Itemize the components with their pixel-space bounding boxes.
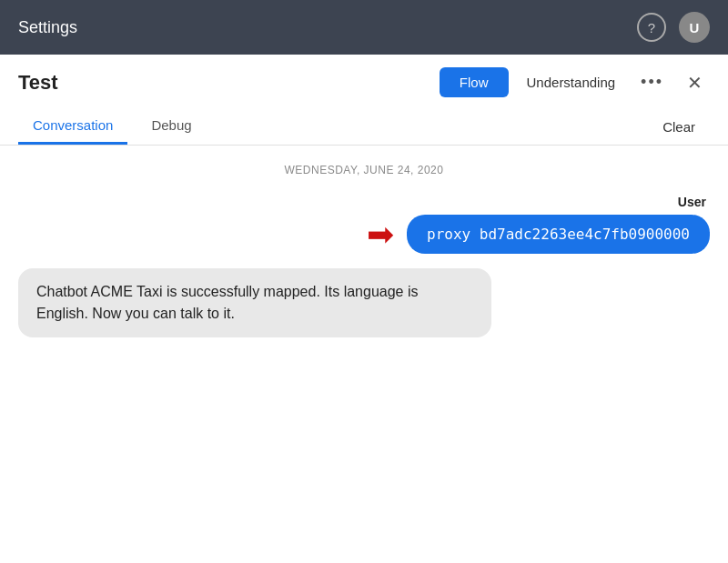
- date-label: WEDNESDAY, JUNE 24, 2020: [18, 164, 710, 176]
- panel-title: Test: [18, 71, 58, 95]
- tab-conversation[interactable]: Conversation: [18, 108, 127, 145]
- arrow-icon: ➡: [367, 218, 394, 251]
- more-options-button[interactable]: •••: [633, 69, 671, 96]
- panel-header: Test Flow Understanding ••• ✕ Conversati…: [0, 55, 728, 146]
- user-bubble: proxy bd7adc2263ee4c7fb0900000: [407, 215, 710, 254]
- header-top-row: Test Flow Understanding ••• ✕: [18, 67, 710, 97]
- tab-debug[interactable]: Debug: [136, 108, 206, 145]
- help-icon[interactable]: ?: [637, 13, 666, 42]
- user-label: User: [678, 195, 706, 209]
- flow-button[interactable]: Flow: [440, 67, 509, 97]
- header-controls: Flow Understanding ••• ✕: [440, 67, 710, 97]
- nav-actions: ? U: [637, 12, 710, 43]
- clear-button[interactable]: Clear: [648, 110, 710, 144]
- understanding-button[interactable]: Understanding: [518, 67, 625, 97]
- top-nav: Settings ? U: [0, 0, 728, 55]
- user-message-container: ➡ proxy bd7adc2263ee4c7fb0900000: [367, 215, 710, 254]
- conversation-panel: WEDNESDAY, JUNE 24, 2020 User ➡ proxy bd…: [0, 146, 728, 563]
- app-title: Settings: [18, 18, 77, 37]
- bot-bubble: Chatbot ACME Taxi is successfully mapped…: [18, 268, 491, 337]
- tab-bar: Conversation Debug Clear: [18, 108, 710, 145]
- close-button[interactable]: ✕: [680, 68, 710, 97]
- user-message-row: User ➡ proxy bd7adc2263ee4c7fb0900000: [18, 195, 710, 254]
- user-avatar[interactable]: U: [679, 12, 710, 43]
- tabs-left: Conversation Debug: [18, 108, 216, 145]
